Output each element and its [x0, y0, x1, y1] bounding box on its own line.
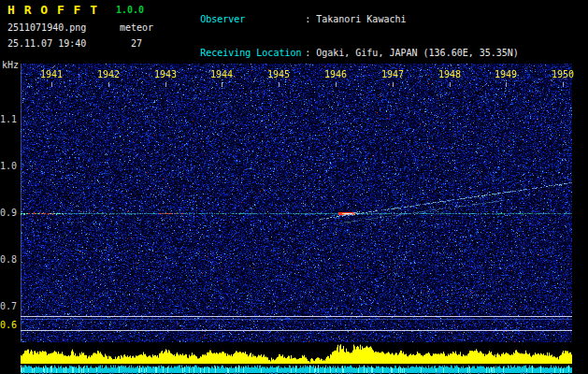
y-tick-label: 1.0: [0, 161, 17, 171]
app-title: H R O F F T: [7, 3, 98, 17]
info-value: Takanori Kawachi: [310, 14, 406, 24]
y-tick-label: 1.1: [0, 114, 17, 124]
info-row: Observer:Takanori Kawachi: [166, 3, 519, 36]
x-tick-label: 1941: [36, 69, 66, 79]
output-filename: 2511071940.png: [7, 22, 86, 33]
y-axis-unit: kHz: [2, 60, 19, 70]
info-label: Observer: [200, 14, 305, 25]
signal-strength-canvas: [21, 344, 572, 374]
echo-count: 27: [131, 38, 142, 49]
app-version: 1.0.0: [116, 5, 144, 15]
observation-datetime: 25.11.07 19:40: [7, 38, 86, 49]
x-tick-label: 1942: [93, 69, 123, 79]
x-tick-label: 1945: [264, 69, 294, 79]
x-tick-label: 1948: [435, 69, 465, 79]
x-tick-label: 1947: [378, 69, 408, 79]
info-label: Receiving Location: [200, 48, 305, 59]
x-tick-label: 1949: [491, 69, 521, 79]
x-tick-label: 1946: [321, 69, 351, 79]
x-tick-label: 1950: [548, 69, 578, 79]
y-tick-label-bottom: 0.6: [0, 320, 17, 330]
x-tick-label: 1943: [151, 69, 180, 79]
observation-mode: meteor: [120, 22, 153, 33]
spectrogram-canvas: [21, 64, 572, 342]
y-tick-label: 0.8: [0, 254, 17, 265]
y-tick-label: 0.7: [0, 301, 17, 311]
info-value: Ogaki, Gifu, JAPAN (136.60E, 35.35N): [310, 48, 519, 58]
hrofft-window: H R O F F T 1.0.0 2511071940.png meteor …: [0, 0, 588, 374]
y-tick-label: 0.9: [0, 208, 17, 218]
x-tick-label: 1944: [207, 69, 237, 79]
